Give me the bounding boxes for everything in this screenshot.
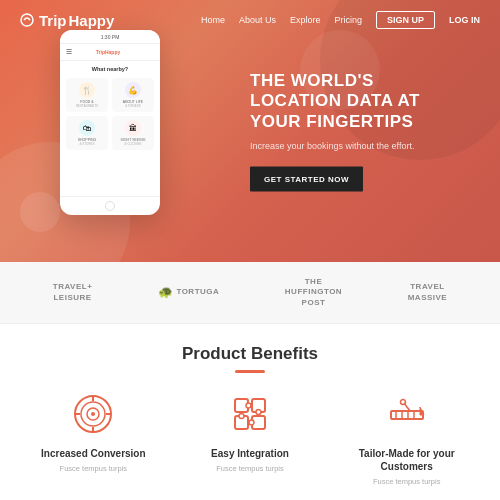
- food-icon: 🍴: [79, 82, 95, 98]
- benefit-tailor: Tailor-Made for your Customers Fusce tem…: [333, 389, 480, 488]
- svg-point-0: [21, 14, 33, 26]
- phone-logo: TripHappy: [96, 49, 120, 55]
- benefits-section: Product Benefits Increased Conversion Fu…: [0, 324, 500, 497]
- conversion-icon: [68, 389, 118, 439]
- logo[interactable]: TripHappy: [20, 12, 114, 29]
- shopping-icon: 🛍: [79, 120, 95, 136]
- login-link[interactable]: LOG IN: [449, 15, 480, 25]
- benefits-title: Product Benefits: [20, 344, 480, 364]
- svg-point-13: [246, 403, 251, 408]
- phone-item-sights: 🏛 SIGHT SEEING & CULTURE: [112, 116, 154, 150]
- benefits-underline: [235, 370, 265, 373]
- logo-text: Trip: [39, 12, 67, 29]
- integration-svg: [229, 393, 271, 435]
- tortuga-icon: 🐢: [158, 285, 174, 301]
- hero-circle-small: [20, 192, 60, 232]
- navbar: TripHappy Home About Us Explore Pricing …: [0, 0, 500, 40]
- tailor-name: Tailor-Made for your Customers: [333, 447, 480, 473]
- phone-grid: 🍴 FOOD & RESTAURANTS 💪 ABOUT LIFE & FITN…: [66, 78, 154, 150]
- tortuga-text: Tortuga: [176, 287, 219, 297]
- phone-question: What nearby?: [66, 66, 154, 72]
- phone-mockup: 1:30 PM ☰ TripHappy What nearby? 🍴 FOOD …: [60, 30, 160, 215]
- phone-content: What nearby? 🍴 FOOD & RESTAURANTS 💪 ABOU…: [60, 61, 160, 196]
- phone-item-food: 🍴 FOOD & RESTAURANTS: [66, 78, 108, 112]
- tailor-desc: Fusce tempus turpis: [333, 477, 480, 488]
- logo-tortuga: 🐢 Tortuga: [158, 285, 219, 301]
- logo-huffington: THEHUFFINGTONPOST: [285, 277, 342, 308]
- logo-travel-massive: TRAVELMASSIVE: [408, 282, 448, 303]
- fitness-sub: & FITNESS: [115, 104, 151, 108]
- svg-point-14: [239, 413, 244, 418]
- integration-name: Easy Integration: [177, 447, 324, 460]
- nav-links: Home About Us Explore Pricing SIGN UP LO…: [201, 11, 480, 29]
- sights-icon: 🏛: [125, 120, 141, 136]
- svg-point-16: [249, 420, 254, 425]
- hero-text: THE WORLD'S LOCATION DATA AT YOUR FINGER…: [250, 71, 470, 192]
- benefit-conversion: Increased Conversion Fusce tempus turpis: [20, 389, 167, 488]
- nav-explore[interactable]: Explore: [290, 15, 321, 25]
- food-sub: RESTAURANTS: [69, 104, 105, 108]
- shopping-sub: & STORES: [69, 142, 105, 146]
- svg-point-15: [256, 409, 261, 414]
- benefit-integration: Easy Integration Fusce tempus turpis: [177, 389, 324, 488]
- logo-travel-leisure: TRAVEL+LEISURE: [53, 282, 93, 303]
- cta-button[interactable]: GET STARTED NOW: [250, 166, 363, 191]
- nav-about[interactable]: About Us: [239, 15, 276, 25]
- nav-pricing[interactable]: Pricing: [334, 15, 362, 25]
- benefits-grid: Increased Conversion Fusce tempus turpis: [20, 389, 480, 488]
- signup-button[interactable]: SIGN UP: [376, 11, 435, 29]
- tailor-icon: [382, 389, 432, 439]
- logos-section: TRAVEL+LEISURE 🐢 Tortuga THEHUFFINGTONPO…: [0, 262, 500, 324]
- phone-header: ☰ TripHappy: [60, 44, 160, 61]
- tailor-svg: [386, 393, 428, 435]
- hero-subtext: Increase your bookings without the effor…: [250, 140, 470, 153]
- integration-desc: Fusce tempus turpis: [177, 464, 324, 475]
- logo-happy: Happy: [69, 12, 115, 29]
- svg-point-24: [400, 399, 405, 404]
- sights-sub: & CULTURE: [115, 142, 151, 146]
- fitness-icon: 💪: [125, 82, 141, 98]
- phone-item-fitness: 💪 ABOUT LIFE & FITNESS: [112, 78, 154, 112]
- nav-home[interactable]: Home: [201, 15, 225, 25]
- integration-icon: [225, 389, 275, 439]
- conversion-svg: [72, 393, 114, 435]
- phone-menu-icon: ☰: [66, 48, 72, 56]
- hero-headline: THE WORLD'S LOCATION DATA AT YOUR FINGER…: [250, 71, 470, 132]
- svg-point-8: [91, 412, 95, 416]
- conversion-name: Increased Conversion: [20, 447, 167, 460]
- phone-item-shopping: 🛍 SHOPPING & STORES: [66, 116, 108, 150]
- conversion-desc: Fusce tempus turpis: [20, 464, 167, 475]
- logo-icon: [20, 13, 34, 27]
- phone-home-button: [105, 201, 115, 211]
- phone-bottom: [60, 196, 160, 215]
